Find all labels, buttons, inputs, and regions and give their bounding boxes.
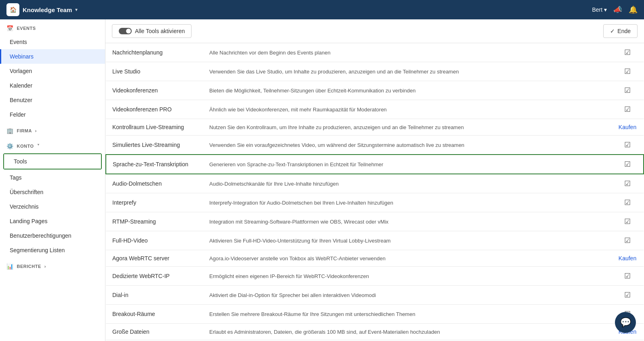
- tool-name: Nachrichtenplanung: [106, 43, 203, 62]
- berichte-section-label: BERICHTE: [17, 264, 41, 269]
- tool-status: ☑: [611, 155, 644, 174]
- checkbox-checked-icon[interactable]: ☑: [624, 160, 631, 168]
- sidebar-item-benutzer[interactable]: Benutzer: [0, 93, 105, 107]
- content-toolbar: Alle Tools aktivieren ✓ Ende: [105, 19, 644, 43]
- tool-status: ☑: [611, 100, 644, 119]
- tool-status: ☑: [611, 174, 644, 193]
- tool-name: Videokonferenzen: [106, 81, 203, 100]
- tool-description: Generieren von Sprache-zu-Text-Transkrip…: [203, 155, 611, 174]
- tool-name: Full-HD-Video: [106, 231, 203, 250]
- tool-name: Interprefy: [106, 193, 203, 212]
- table-row: Agora WebRTC serverAgora.io-Videoserver …: [106, 250, 644, 267]
- sidebar-section-konto[interactable]: ⚙️ KONTO ˅: [0, 137, 105, 153]
- sidebar-item-benutzerberechtigungen[interactable]: Benutzerberechtigungen: [0, 228, 105, 243]
- tools-table: NachrichtenplanungAlle Nachrichten vor d…: [105, 43, 644, 341]
- app-logo[interactable]: 🏠: [6, 3, 19, 16]
- bell-icon[interactable]: 🔔: [629, 5, 638, 14]
- username: Bert: [592, 6, 602, 13]
- table-row: InterprefyInterprefy-Integration für Aud…: [106, 193, 644, 212]
- end-label: Ende: [617, 28, 631, 34]
- sidebar-item-ueberschriften[interactable]: Überschriften: [0, 185, 105, 199]
- events-section-icon: 📅: [6, 25, 14, 31]
- sidebar-item-segmentierung[interactable]: Segmentierung Listen: [0, 243, 105, 257]
- tool-name: Breakout-Räume: [106, 305, 203, 324]
- tool-status: ☑: [611, 193, 644, 212]
- tool-description: Ermöglicht einen eigenen IP-Bereich für …: [203, 267, 611, 286]
- tool-status: ☑: [611, 212, 644, 231]
- firma-chevron-icon: ›: [35, 128, 37, 133]
- tool-status[interactable]: Kaufen: [611, 250, 644, 267]
- table-row: NachrichtenplanungAlle Nachrichten vor d…: [106, 43, 644, 62]
- sidebar-item-events[interactable]: Events: [0, 35, 105, 49]
- kaufen-link[interactable]: Kaufen: [619, 124, 636, 130]
- tool-name: Live Studio: [106, 62, 203, 81]
- toggle-icon: [119, 28, 132, 34]
- table-row: RTMP-StreamingIntegration mit Streaming-…: [106, 212, 644, 231]
- table-row: Audio-DolmetschenAudio-Dolmetschkanäle f…: [106, 174, 644, 193]
- checkbox-checked-icon[interactable]: ☑: [624, 236, 631, 245]
- logo-text: 🏠: [10, 6, 17, 13]
- tool-status: ☑: [611, 62, 644, 81]
- berichte-chevron-icon: ›: [44, 264, 46, 269]
- tool-description: Verwenden Sie ein voraufgezeichnetes Vid…: [203, 136, 611, 155]
- sidebar-item-kalender[interactable]: Kalender: [0, 78, 105, 93]
- checkbox-checked-icon[interactable]: ☑: [624, 48, 631, 56]
- tool-name: Dedizierte WebRTC-IP: [106, 267, 203, 286]
- events-section-label: EVENTS: [17, 26, 36, 31]
- user-menu[interactable]: Bert ▾: [592, 6, 607, 13]
- berichte-section-icon: 📊: [6, 263, 14, 270]
- sidebar-item-webinars[interactable]: Webinars: [0, 49, 105, 64]
- tool-status[interactable]: Kaufen: [611, 119, 644, 136]
- user-chevron-icon: ▾: [604, 6, 607, 13]
- sidebar-item-tags[interactable]: Tags: [0, 170, 105, 185]
- table-row: Simuliertes Live-StreamingVerwenden Sie …: [106, 136, 644, 155]
- tool-name: Agora WebRTC server: [106, 250, 203, 267]
- end-button[interactable]: ✓ Ende: [603, 24, 638, 38]
- tool-description: Aktiviert die Dial-in-Option für Spreche…: [203, 286, 611, 305]
- navbar-right: Bert ▾ 📣 🔔: [592, 5, 638, 14]
- sidebar-item-vorlagen[interactable]: Vorlagen: [0, 64, 105, 78]
- tool-name: RTMP-Streaming: [106, 212, 203, 231]
- tool-status: ☑: [611, 286, 644, 305]
- tool-name: Sprache-zu-Text-Transkription: [106, 155, 203, 174]
- navbar: 🏠 Knowledge Team ▾ Bert ▾ 📣 🔔: [0, 0, 644, 19]
- tool-name: Große Dateien: [106, 324, 203, 340]
- tool-name: Dial-in: [106, 286, 203, 305]
- sidebar-item-tools[interactable]: Tools: [4, 154, 101, 169]
- tool-description: Bieten die Möglichkeit, Teilnehmer-Sitzu…: [203, 81, 611, 100]
- table-row: Videokonferenzen PROÄhnlich wie bei Vide…: [106, 100, 644, 119]
- content-area: Alle Tools aktivieren ✓ Ende Nachrichten…: [105, 19, 644, 341]
- konto-section-label: KONTO: [17, 144, 34, 149]
- sidebar-section-berichte[interactable]: 📊 BERICHTE ›: [0, 257, 105, 273]
- table-row: Dial-inAktiviert die Dial-in-Option für …: [106, 286, 644, 305]
- checkbox-checked-icon[interactable]: ☑: [624, 67, 631, 75]
- sidebar-section-firma[interactable]: 🏢 FIRMA ›: [0, 122, 105, 137]
- checkbox-checked-icon[interactable]: ☑: [624, 105, 631, 113]
- activate-all-label: Alle Tools aktivieren: [135, 28, 185, 34]
- checkbox-checked-icon[interactable]: ☑: [624, 291, 631, 299]
- checkbox-checked-icon[interactable]: ☑: [624, 199, 631, 207]
- sidebar-item-felder[interactable]: Felder: [0, 107, 105, 122]
- firma-section-label: FIRMA: [17, 128, 32, 133]
- chat-bubble[interactable]: 💬: [615, 312, 636, 333]
- checkbox-checked-icon[interactable]: ☑: [624, 272, 631, 280]
- tool-description: Integration mit Streaming-Software-Platt…: [203, 212, 611, 231]
- tool-status: ☑: [611, 136, 644, 155]
- checkbox-checked-icon[interactable]: ☑: [624, 218, 631, 226]
- megaphone-icon[interactable]: 📣: [613, 5, 622, 14]
- checkbox-checked-icon[interactable]: ☑: [624, 180, 631, 188]
- sidebar-item-landing-pages[interactable]: Landing Pages: [0, 214, 105, 228]
- table-row: VideokonferenzenBieten die Möglichkeit, …: [106, 81, 644, 100]
- activate-all-button[interactable]: Alle Tools aktivieren: [112, 24, 192, 38]
- tool-description: Agora.io-Videoserver anstelle von Tokbox…: [203, 250, 611, 267]
- kaufen-link[interactable]: Kaufen: [619, 255, 636, 262]
- sidebar-item-verzeichnis[interactable]: Verzeichnis: [0, 199, 105, 214]
- tools-list: NachrichtenplanungAlle Nachrichten vor d…: [105, 43, 644, 340]
- app-title-chevron[interactable]: ▾: [75, 7, 78, 13]
- tool-description: Nutzen Sie den Kontrollraum, um Ihre Inh…: [203, 119, 611, 136]
- checkbox-checked-icon[interactable]: ☑: [624, 141, 631, 149]
- tool-description: Erlaubt es Administratoren, Dateien, die…: [203, 324, 611, 340]
- checkmark-icon: ✓: [610, 28, 615, 34]
- checkbox-checked-icon[interactable]: ☑: [624, 86, 631, 94]
- tool-description: Interprefy-Integration für Audio-Dolmets…: [203, 193, 611, 212]
